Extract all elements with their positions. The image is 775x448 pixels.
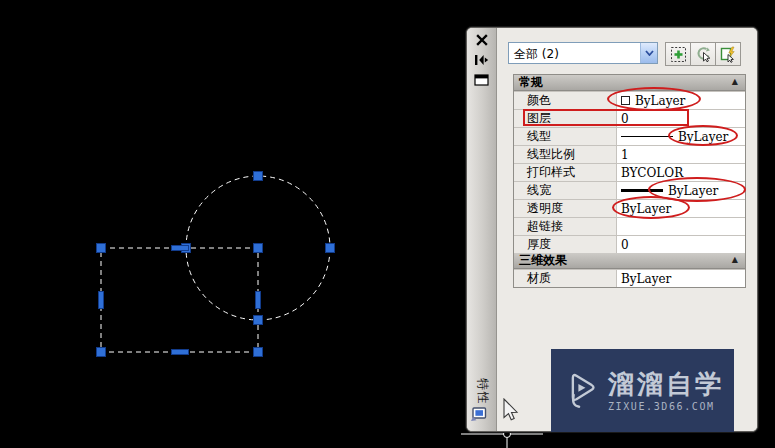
palette-title: 特性	[473, 378, 490, 404]
object-type-dropdown[interactable]: 全部 (2)	[508, 42, 658, 64]
toggle-pickadd-button[interactable]	[665, 42, 691, 66]
row-layer: 图层 0	[514, 109, 745, 127]
row-thickness: 厚度 0	[514, 235, 745, 253]
select-objects-icon	[695, 46, 712, 63]
palette-titlebar[interactable]: 特性	[467, 28, 497, 431]
row-linetype-scale-label: 线型比例	[514, 146, 617, 163]
grip-rect-bottomright[interactable]	[254, 348, 263, 357]
palette-menu-icon[interactable]	[473, 72, 491, 88]
chevron-down-icon[interactable]	[640, 43, 657, 63]
section-header-3d-effects[interactable]: 三维效果 ▲	[514, 253, 745, 269]
palette-toolbar-buttons	[666, 42, 741, 66]
row-linetype-scale: 线型比例 1	[514, 145, 745, 163]
selected-rectangle[interactable]	[101, 248, 258, 352]
grip-rect-topleft[interactable]	[97, 244, 106, 253]
select-objects-button[interactable]	[690, 42, 716, 66]
row-material: 材质 ByLayer	[514, 269, 745, 287]
row-transparency-value[interactable]: ByLayer	[617, 200, 745, 217]
grip-circle-bottom[interactable]	[254, 316, 263, 325]
row-lineweight-label: 线宽	[514, 182, 617, 199]
collapse-icon[interactable]: ▲	[732, 255, 738, 264]
object-type-value: 全部 (2)	[509, 43, 640, 63]
row-material-label: 材质	[514, 270, 617, 287]
grip-rect-bottomleft[interactable]	[97, 348, 106, 357]
canvas-artifact-line	[461, 431, 543, 448]
auto-hide-icon[interactable]	[473, 52, 491, 68]
section-header-general[interactable]: 常规 ▲	[514, 75, 745, 91]
watermark: 溜溜自学 ZIXUE.3D66.COM	[551, 349, 734, 432]
close-icon[interactable]	[473, 32, 491, 48]
selection-grips[interactable]	[97, 172, 335, 357]
grip-circle-top[interactable]	[254, 172, 263, 181]
collapse-icon[interactable]: ▲	[732, 77, 738, 86]
row-linetype-label: 线型	[514, 128, 617, 145]
grip-rect-rightmid[interactable]	[256, 292, 261, 309]
quick-select-icon	[720, 46, 737, 63]
grip-rect-bottommid[interactable]	[172, 350, 189, 355]
quick-select-button[interactable]	[715, 42, 741, 66]
row-linetype-scale-value[interactable]: 1	[617, 146, 745, 163]
row-plotstyle: 打印样式 BYCOLOR	[514, 163, 745, 181]
row-color: 颜色 ByLayer	[514, 91, 745, 109]
lineweight-sample	[621, 189, 663, 192]
watermark-play-logo	[565, 366, 598, 416]
row-plotstyle-value[interactable]: BYCOLOR	[617, 164, 745, 181]
color-swatch	[621, 96, 630, 105]
row-layer-value[interactable]: 0	[617, 110, 745, 127]
linetype-sample	[621, 136, 673, 137]
row-linetype: 线型 ByLayer	[514, 127, 745, 145]
row-plotstyle-label: 打印样式	[514, 164, 617, 181]
row-hyperlink: 超链接	[514, 217, 745, 235]
palette-properties-icon	[470, 407, 487, 426]
row-thickness-value[interactable]: 0	[617, 236, 745, 253]
row-thickness-label: 厚度	[514, 236, 617, 253]
row-color-value[interactable]: ByLayer	[617, 92, 745, 109]
pickadd-icon	[670, 46, 687, 63]
row-transparency-label: 透明度	[514, 200, 617, 217]
row-material-value[interactable]: ByLayer	[617, 270, 745, 287]
watermark-brand: 溜溜自学	[608, 369, 724, 399]
row-layer-label: 图层	[514, 110, 617, 127]
grip-rect-leftmid[interactable]	[99, 292, 104, 309]
grip-circle-right[interactable]	[326, 244, 335, 253]
grip-rect-topright-circle-center[interactable]	[254, 244, 263, 253]
row-linetype-value[interactable]: ByLayer	[617, 128, 745, 145]
row-transparency: 透明度 ByLayer	[514, 199, 745, 217]
watermark-site: ZIXUE.3D66.COM	[608, 401, 715, 412]
property-grid: 常规 ▲ 颜色 ByLayer 图层 0 线型 By	[513, 74, 746, 288]
row-hyperlink-value[interactable]	[617, 218, 745, 235]
grip-rect-topmid[interactable]	[172, 246, 189, 251]
row-color-label: 颜色	[514, 92, 617, 109]
row-hyperlink-label: 超链接	[514, 218, 617, 235]
row-lineweight-value[interactable]: ByLayer	[617, 182, 745, 199]
palette-toolbar: 全部 (2)	[508, 42, 749, 66]
section-title: 常规	[519, 74, 543, 91]
section-title: 三维效果	[519, 252, 567, 269]
row-lineweight: 线宽 ByLayer	[514, 181, 745, 199]
